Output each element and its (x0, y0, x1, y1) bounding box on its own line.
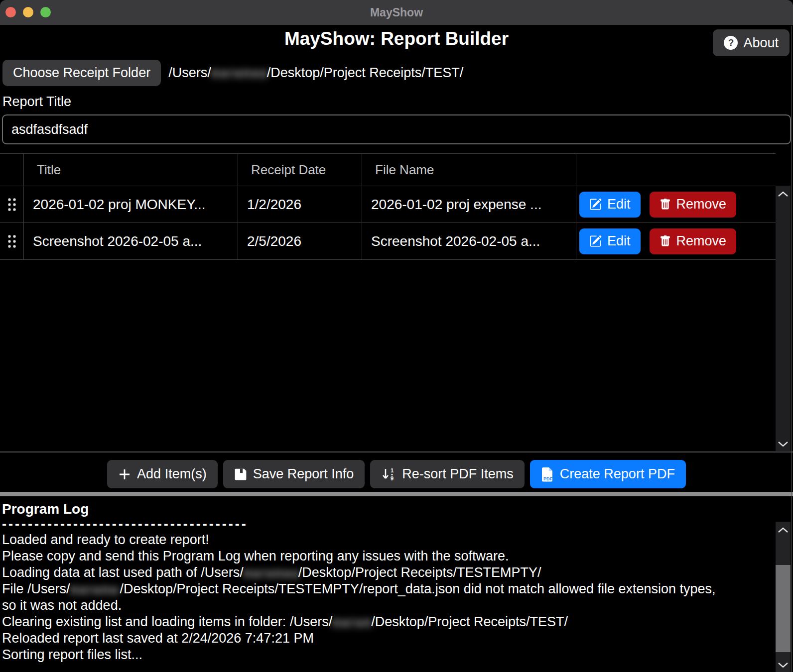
about-button-label: About (743, 35, 779, 51)
program-log-body: Loaded and ready to create report! Pleas… (2, 532, 729, 663)
drag-handle-icon (7, 233, 17, 249)
log-text: /Desktop/Project Receipts/TESTEMPTY/ (298, 565, 541, 580)
folder-row: Choose Receipt Folder /Users/nxrxnxo/Des… (2, 60, 463, 86)
edit-button-label: Edit (607, 233, 631, 249)
redacted-username: nxrxnxo (332, 615, 371, 630)
log-line: Clearing existing list and loading items… (2, 614, 729, 630)
app-window: MayShow MayShow: Report Builder ? About … (0, 0, 793, 672)
actions-row: Add Item(s) Save Report Info 1 9 Re-sort… (0, 460, 793, 488)
svg-text:1: 1 (391, 467, 394, 473)
drag-handle-icon (7, 197, 17, 213)
choose-receipt-folder-button[interactable]: Choose Receipt Folder (2, 60, 161, 86)
remove-button-label: Remove (676, 233, 727, 249)
scrollbar-thumb[interactable] (776, 565, 791, 652)
edit-button-label: Edit (607, 197, 631, 212)
cell-receipt-date: 1/2/2026 (238, 186, 362, 223)
table-scrollbar[interactable] (776, 186, 791, 451)
cell-title: Screenshot 2026-02-05 a... (24, 223, 238, 259)
log-line: Sorting report files list... (2, 647, 729, 663)
scroll-down-button[interactable] (777, 440, 790, 448)
save-floppy-icon (234, 468, 247, 481)
scroll-up-button[interactable] (777, 526, 790, 534)
column-header-file-name: File Name (362, 154, 576, 186)
path-suffix: /Desktop/Project Receipts/TEST/ (267, 65, 464, 81)
table-header-row: Title Receipt Date File Name (0, 154, 776, 186)
cell-title: 2026-01-02 proj MONKEY... (24, 186, 238, 223)
log-text: Clearing existing list and loading items… (2, 614, 332, 629)
save-report-info-label: Save Report Info (253, 466, 354, 482)
redacted-username: nxrxnxo (70, 582, 120, 597)
edit-button[interactable]: Edit (579, 228, 641, 254)
log-text: File /Users/ (2, 581, 70, 596)
program-log-title: Program Log (2, 501, 793, 517)
chevron-up-icon (777, 527, 789, 533)
trash-icon (660, 198, 671, 211)
log-line: Reloaded report last saved at 2/24/2026 … (2, 630, 729, 647)
table-row: 2026-01-02 proj MONKEY... 1/2/2026 2026-… (0, 186, 776, 223)
cell-actions: Edit Remove (576, 223, 776, 259)
log-line: Loading data at last used path of /Users… (2, 564, 729, 581)
scroll-up-button[interactable] (777, 190, 790, 198)
add-items-label: Add Item(s) (137, 466, 207, 482)
redacted-username: nxrxnxo (211, 66, 267, 81)
resort-pdf-items-button[interactable]: 1 9 Re-sort PDF Items (370, 460, 525, 488)
add-items-button[interactable]: Add Item(s) (107, 460, 218, 488)
pencil-square-icon (589, 198, 602, 211)
svg-text:PDF: PDF (543, 476, 553, 481)
scroll-down-button[interactable] (777, 661, 790, 669)
svg-text:9: 9 (391, 475, 394, 481)
log-scrollbar[interactable] (776, 522, 791, 672)
report-title-label: Report Title (2, 94, 71, 110)
cell-receipt-date: 2/5/2026 (238, 223, 362, 259)
path-prefix: /Users/ (168, 65, 211, 81)
remove-button[interactable]: Remove (650, 192, 737, 218)
page-title: MayShow: Report Builder (0, 28, 793, 49)
chevron-down-icon (777, 441, 789, 448)
column-header-actions (576, 154, 776, 186)
drag-handle[interactable] (0, 223, 24, 259)
log-line: Please copy and send this Program Log wh… (2, 548, 729, 564)
remove-button[interactable]: Remove (650, 228, 737, 254)
about-button[interactable]: ? About (713, 29, 790, 56)
resort-pdf-items-label: Re-sort PDF Items (402, 466, 514, 482)
receipt-folder-path: /Users/nxrxnxo/Desktop/Project Receipts/… (168, 65, 463, 81)
pencil-square-icon (589, 235, 602, 247)
question-circle-icon: ? (724, 36, 738, 50)
redacted-username: nxrxnxo (244, 566, 298, 581)
column-header-drag (0, 154, 24, 186)
trash-icon (660, 235, 671, 247)
cell-file-name: Screenshot 2026-02-05 a... (362, 223, 576, 259)
report-title-input[interactable] (2, 114, 791, 144)
program-log-divider: -------------------------------------- (2, 517, 793, 532)
create-report-pdf-label: Create Report PDF (560, 466, 675, 482)
column-header-title: Title (24, 154, 238, 186)
program-log-panel: Program Log ----------------------------… (0, 496, 793, 672)
items-table: Title Receipt Date File Name 2026-01-02 … (0, 153, 776, 451)
plus-icon (118, 468, 131, 481)
section-divider-bar (0, 492, 793, 496)
sort-numeric-down-icon: 1 9 (381, 467, 396, 481)
pdf-file-icon: PDF (541, 467, 554, 482)
table-row: Screenshot 2026-02-05 a... 2/5/2026 Scre… (0, 223, 776, 260)
edit-button[interactable]: Edit (579, 192, 641, 218)
log-line: File /Users/nxrxnxo/Desktop/Project Rece… (2, 581, 729, 614)
log-text: /Desktop/Project Receipts/TEST/ (371, 614, 568, 629)
log-text: Loading data at last used path of /Users… (2, 565, 244, 580)
create-report-pdf-button[interactable]: PDF Create Report PDF (530, 460, 686, 488)
log-line: Loaded and ready to create report! (2, 532, 729, 548)
cell-file-name: 2026-01-02 proj expense ... (362, 186, 576, 223)
column-header-receipt-date: Receipt Date (238, 154, 362, 186)
window-title: MayShow (0, 0, 793, 25)
drag-handle[interactable] (0, 186, 24, 223)
chevron-up-icon (777, 191, 789, 197)
window-edge (792, 26, 792, 672)
cell-actions: Edit Remove (576, 186, 776, 223)
titlebar: MayShow (0, 0, 793, 25)
chevron-down-icon (777, 662, 789, 669)
divider (0, 451, 793, 452)
save-report-info-button[interactable]: Save Report Info (223, 460, 365, 488)
remove-button-label: Remove (676, 197, 727, 212)
